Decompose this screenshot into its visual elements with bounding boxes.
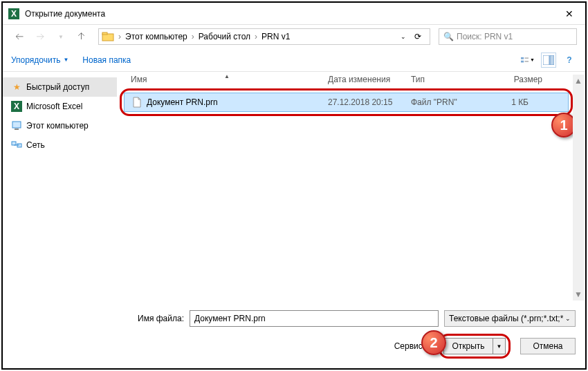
search-input[interactable]: 🔍 Поиск: PRN v1 [439,28,577,45]
breadcrumb-segment[interactable]: PRN v1 [259,32,293,41]
excel-icon: X [8,8,19,19]
view-mode-button[interactable]: ▼ [520,53,535,68]
sort-asc-icon: ▲ [224,73,230,79]
column-type[interactable]: Тип [411,75,487,84]
preview-pane-button[interactable] [541,53,556,68]
svg-text:X: X [11,9,17,19]
file-icon [131,97,143,108]
sidebar-item-network[interactable]: Сеть [3,135,117,155]
cancel-button[interactable]: Отмена [520,338,576,354]
folder-icon [102,30,114,43]
svg-rect-14 [12,142,16,145]
refresh-icon[interactable]: ⟳ [412,32,424,41]
up-button[interactable]: 🡡 [73,28,90,45]
chevron-right-icon[interactable]: › [117,32,122,41]
organize-button[interactable]: Упорядочить ▼ [11,55,68,65]
sidebar-item-excel[interactable]: X Microsoft Excel [3,97,117,116]
svg-rect-4 [521,57,524,59]
annotation-box-1: Документ PRN.prn 27.12.2018 20:15 Файл "… [120,88,573,116]
search-placeholder: Поиск: PRN v1 [457,32,513,41]
chevron-down-icon: ⌄ [565,315,571,322]
svg-rect-13 [15,129,19,130]
close-button[interactable]: ✕ [559,3,580,24]
excel-icon: X [11,101,22,112]
sidebar-item-quickaccess[interactable]: ★ Быстрый доступ [3,77,117,97]
breadcrumb-segment[interactable]: Этот компьютер [122,32,190,41]
file-name: Документ PRN.prn [147,97,328,107]
svg-rect-9 [550,55,554,65]
svg-rect-5 [521,60,524,62]
column-headers[interactable]: Имя▲ Дата изменения Тип Размер [117,72,585,87]
filetype-combo[interactable]: Текстовые файлы (*.prn;*.txt;* ⌄ [444,310,576,327]
search-icon: 🔍 [443,32,454,41]
breadcrumb[interactable]: › Этот компьютер › Рабочий стол › PRN v1… [98,28,430,45]
column-name[interactable]: Имя▲ [131,75,328,84]
svg-rect-6 [525,57,529,58]
scroll-up-icon[interactable]: ▲ [574,76,582,86]
scrollbar[interactable]: ▲ ▼ [573,75,584,301]
recent-dropdown[interactable]: ▼ [53,28,69,45]
back-button[interactable]: 🡠 [11,28,28,45]
title-bar: X Открытие документа ✕ [3,3,585,25]
file-row[interactable]: Документ PRN.prn 27.12.2018 20:15 Файл "… [124,93,569,112]
column-date[interactable]: Дата изменения [328,75,411,84]
chevron-right-icon[interactable]: › [253,32,259,41]
star-icon: ★ [11,82,22,93]
svg-rect-8 [543,55,549,65]
footer: Имя файла: Текстовые файлы (*.prn;*.txt;… [3,303,585,368]
svg-rect-7 [525,61,529,61]
svg-text:X: X [14,102,19,111]
column-size[interactable]: Размер [487,75,542,84]
help-button[interactable]: ? [562,53,577,68]
annotation-box-2: 2 Открыть ▼ [439,334,511,359]
sidebar-item-thispc[interactable]: Этот компьютер [3,116,117,135]
open-dropdown[interactable]: ▼ [493,338,506,354]
chevron-down-icon: ▼ [63,57,68,63]
sidebar: ★ Быстрый доступ X Microsoft Excel Этот … [3,72,117,303]
toolbar: Упорядочить ▼ Новая папка ▼ ? [3,48,585,72]
filename-input[interactable] [190,310,439,327]
chevron-down-icon[interactable]: ⌄ [398,33,409,40]
computer-icon [11,120,22,131]
file-size: 1 КБ [487,97,529,107]
nav-bar: 🡠 🡢 ▼ 🡡 › Этот компьютер › Рабочий стол … [3,25,585,48]
svg-rect-12 [12,122,21,128]
new-folder-button[interactable]: Новая папка [82,55,131,65]
forward-button[interactable]: 🡢 [32,28,48,45]
file-area: Имя▲ Дата изменения Тип Размер Документ … [117,72,585,303]
annotation-badge-2: 2 [421,330,446,355]
scroll-down-icon[interactable]: ▼ [574,289,582,299]
window-title: Открытие документа [25,9,559,19]
filename-label: Имя файла: [138,314,184,323]
breadcrumb-segment[interactable]: Рабочий стол [196,32,253,41]
network-icon [11,140,22,151]
file-type: Файл "PRN" [411,97,487,107]
svg-rect-3 [102,32,107,35]
open-button[interactable]: Открыть [443,338,493,354]
chevron-right-icon[interactable]: › [190,32,196,41]
file-date: 27.12.2018 20:15 [328,97,411,107]
